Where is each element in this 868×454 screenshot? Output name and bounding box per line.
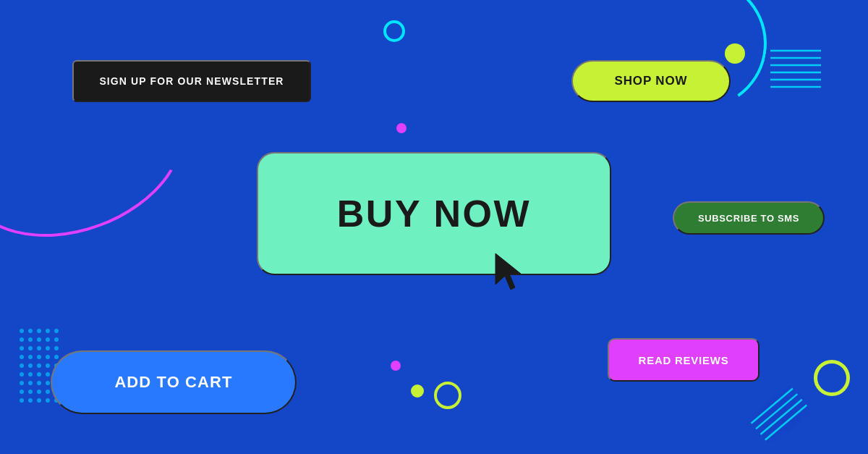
- svg-point-24: [54, 346, 59, 350]
- svg-point-11: [28, 329, 33, 333]
- svg-point-21: [28, 346, 33, 350]
- svg-point-17: [37, 337, 41, 342]
- svg-point-38: [46, 372, 50, 377]
- svg-point-19: [54, 337, 59, 342]
- svg-point-51: [28, 398, 33, 403]
- svg-point-31: [28, 363, 33, 368]
- svg-point-26: [28, 355, 33, 359]
- svg-point-37: [37, 372, 41, 377]
- circle-cyan-top-decoration: [383, 20, 405, 42]
- svg-point-36: [28, 372, 33, 377]
- svg-point-20: [20, 346, 24, 350]
- svg-point-13: [46, 329, 50, 333]
- svg-point-43: [46, 381, 50, 385]
- svg-point-25: [20, 355, 24, 359]
- svg-point-40: [20, 381, 24, 385]
- svg-point-29: [54, 355, 59, 359]
- svg-point-16: [28, 337, 33, 342]
- buy-now-button[interactable]: BUY NOW: [257, 152, 611, 275]
- shop-now-button[interactable]: SHOP NOW: [571, 60, 731, 102]
- mouse-cursor-icon: [492, 250, 528, 293]
- svg-point-15: [20, 337, 24, 342]
- add-to-cart-button[interactable]: ADD TO CART: [51, 350, 297, 414]
- lines-cyan-bottom-right-decoration: [752, 396, 810, 432]
- svg-point-10: [20, 329, 24, 333]
- circle-yellow-ring-bc-decoration: [434, 382, 461, 409]
- svg-point-18: [46, 337, 50, 342]
- svg-point-52: [37, 398, 41, 403]
- circle-yellow-br-decoration: [814, 360, 850, 396]
- svg-point-12: [37, 329, 41, 333]
- svg-line-9: [765, 405, 807, 440]
- svg-point-32: [37, 363, 41, 368]
- svg-marker-55: [495, 253, 521, 290]
- svg-point-33: [46, 363, 50, 368]
- svg-point-14: [54, 329, 59, 333]
- circle-yellow-top-decoration: [725, 43, 745, 64]
- circle-pink-bc-decoration: [391, 361, 401, 371]
- svg-line-8: [760, 400, 801, 434]
- svg-point-23: [46, 346, 50, 350]
- svg-line-6: [751, 388, 792, 423]
- svg-point-50: [20, 398, 24, 403]
- svg-point-28: [46, 355, 50, 359]
- svg-point-48: [46, 390, 50, 394]
- subscribe-sms-button[interactable]: SUBSCRIBE TO SMS: [673, 201, 825, 235]
- newsletter-button[interactable]: SIGN UP FOR OUR NEWSLETTER: [72, 60, 311, 102]
- svg-point-30: [20, 363, 24, 368]
- svg-line-7: [756, 394, 797, 429]
- svg-point-22: [37, 346, 41, 350]
- svg-point-47: [37, 390, 41, 394]
- svg-point-35: [20, 372, 24, 377]
- scene: SIGN UP FOR OUR NEWSLETTER SHOP NOW BUY …: [0, 0, 868, 454]
- svg-point-41: [28, 381, 33, 385]
- svg-point-42: [37, 381, 41, 385]
- circle-magenta-small-decoration: [396, 123, 407, 133]
- svg-point-46: [28, 390, 33, 394]
- lines-cyan-top-right-decoration: [770, 43, 828, 94]
- svg-point-27: [37, 355, 41, 359]
- svg-point-45: [20, 390, 24, 394]
- read-reviews-button[interactable]: READ REVIEWS: [608, 338, 760, 382]
- circle-yellow-bc-decoration: [411, 384, 424, 398]
- svg-point-53: [46, 398, 50, 403]
